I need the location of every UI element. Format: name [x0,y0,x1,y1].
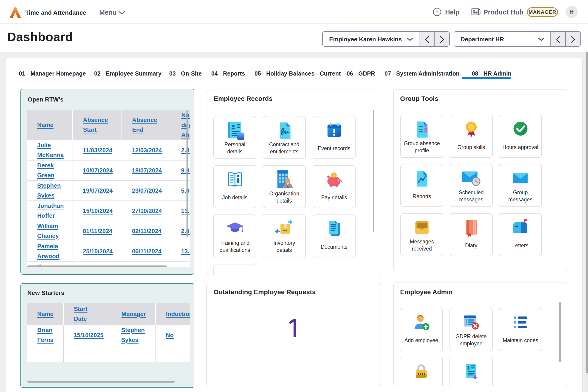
svg-text:?: ? [436,10,438,14]
